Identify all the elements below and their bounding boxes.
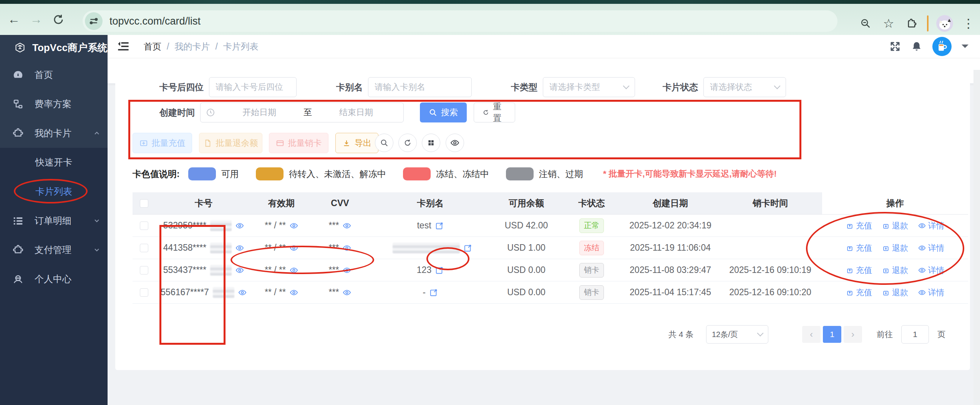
date-range-picker[interactable]: 开始日期 至 结束日期 [200,102,404,122]
created-date: 2025-11-19 11:06:04 [630,243,711,253]
user-avatar[interactable] [932,37,952,56]
reveal-card-eye-icon[interactable] [238,288,247,297]
card-cvv: *** [329,243,339,253]
rates-icon [12,98,24,110]
recharge-link[interactable]: 充值 [846,287,872,298]
card-last4-input[interactable] [209,77,297,97]
recharge-link[interactable]: 充值 [846,243,872,253]
reset-button[interactable]: 重置 [474,102,515,122]
card-number: 532959**** [163,220,207,231]
refund-link[interactable]: 退款 [882,243,908,253]
reload-icon[interactable] [50,11,67,28]
reveal-expiry-eye-icon[interactable] [290,222,298,230]
page-scrollbar[interactable] [973,70,980,405]
col-header-created: 创建日期 [622,197,718,209]
row-checkbox[interactable] [140,222,148,230]
card-type-select[interactable]: 请选择卡类型 [543,77,635,97]
detail-link[interactable]: 详情 [918,220,944,231]
card-status-select[interactable]: 请选择状态 [703,77,786,97]
bookmark-star-icon[interactable]: ☆ [880,15,897,32]
table-refresh-icon[interactable] [398,134,417,152]
url-bar[interactable]: topvcc.com/card/list [83,10,837,32]
reveal-expiry-eye-icon[interactable] [290,244,298,252]
back-icon[interactable]: ← [5,11,22,28]
batch-refund-button[interactable]: 批量退余额 [199,133,262,153]
sidebar-item-quick-open-card[interactable]: 快速开卡 [0,148,108,177]
card-cvv: *** [329,220,339,231]
reveal-card-eye-icon[interactable] [235,266,244,274]
notification-bell-icon[interactable] [911,41,922,52]
col-header-expiry: 有效期 [252,197,311,209]
reveal-cvv-eye-icon[interactable] [343,222,351,230]
sidebar-item-my-cards[interactable]: 我的卡片 [0,119,108,148]
table-row: 441358**** ** / ** *** [133,237,968,259]
refund-link[interactable]: 退款 [882,220,908,231]
recharge-link[interactable]: 充值 [846,220,872,231]
reveal-cvv-eye-icon[interactable] [343,288,351,297]
goto-page-input[interactable] [901,325,929,344]
reveal-cvv-eye-icon[interactable] [343,244,351,252]
row-checkbox[interactable] [140,288,148,297]
browser-menu-icon[interactable]: ⋮ [960,15,977,32]
sidebar-collapse-icon[interactable] [117,41,130,52]
sidebar-item-order-details[interactable]: 订单明细 [0,206,108,235]
fullscreen-icon[interactable] [889,41,901,52]
next-page-button[interactable]: › [844,326,862,343]
forward-icon[interactable]: → [28,11,45,28]
recharge-link[interactable]: 充值 [846,265,872,276]
breadcrumb-home[interactable]: 首页 [144,41,161,53]
profile-separator [927,15,929,31]
filter-label-card-type: 卡类型 [511,81,537,93]
detail-link[interactable]: 详情 [918,243,944,253]
sidebar-item-rates[interactable]: 费率方案 [0,89,108,119]
edit-alias-icon[interactable] [429,288,438,297]
refund-link[interactable]: 退款 [882,287,908,298]
start-date-placeholder[interactable]: 开始日期 [217,107,301,118]
batch-delay-warning: * 批量开卡,可能导致新卡显示延迟,请耐心等待! [603,168,777,180]
edit-alias-icon[interactable] [464,244,472,252]
export-button[interactable]: 导出 [335,133,378,153]
site-settings-icon[interactable] [85,12,103,30]
url-text[interactable]: topvcc.com/card/list [109,15,201,27]
reveal-expiry-eye-icon[interactable] [290,266,298,274]
reveal-card-eye-icon[interactable] [235,222,244,230]
browser-profile-avatar[interactable] [936,15,953,32]
card-alias-input[interactable] [368,77,472,97]
col-header-card-number: 卡号 [156,197,252,209]
reveal-expiry-eye-icon[interactable] [290,288,298,297]
user-menu-caret-icon[interactable] [962,45,968,51]
table-search-icon[interactable] [375,134,393,152]
row-checkbox[interactable] [140,244,148,252]
card-icon [139,139,148,147]
zoom-icon[interactable] [857,15,874,32]
search-button[interactable]: 搜索 [420,102,467,122]
table-row: 556167****7 ** / ** *** [133,281,968,304]
column-settings-icon[interactable] [422,134,440,152]
edit-alias-icon[interactable] [435,222,444,230]
card-number: 556167****7 [161,287,209,298]
extensions-icon[interactable] [903,15,920,32]
detail-link[interactable]: 详情 [918,265,944,276]
prev-page-button[interactable]: ‹ [802,326,821,343]
breadcrumb-separator: / [215,41,217,52]
batch-cancel-card-button[interactable]: 批量销卡 [269,133,328,153]
row-checkbox[interactable] [140,266,148,274]
sidebar-item-home[interactable]: 首页 [0,60,108,89]
batch-refund-label: 批量退余额 [216,137,258,149]
reveal-cvv-eye-icon[interactable] [343,266,351,274]
select-all-checkbox[interactable] [140,199,148,208]
sidebar-item-payment-management[interactable]: 支付管理 [0,235,108,264]
visibility-toggle-icon[interactable] [446,134,464,152]
sidebar-item-profile-center[interactable]: 个人中心 [0,264,108,294]
current-page-button[interactable]: 1 [823,326,841,343]
export-label: 导出 [355,137,371,149]
sidebar-item-card-list[interactable]: 卡片列表 [0,177,108,206]
batch-recharge-button[interactable]: 批量充值 [133,133,192,153]
refund-link[interactable]: 退款 [882,265,908,276]
detail-link[interactable]: 详情 [918,287,944,298]
edit-alias-icon[interactable] [435,266,444,274]
end-date-placeholder[interactable]: 结束日期 [314,107,398,118]
batch-cancel-label: 批量销卡 [288,137,322,149]
reveal-card-eye-icon[interactable] [235,244,244,252]
page-size-select[interactable]: 12条/页 [706,325,768,344]
